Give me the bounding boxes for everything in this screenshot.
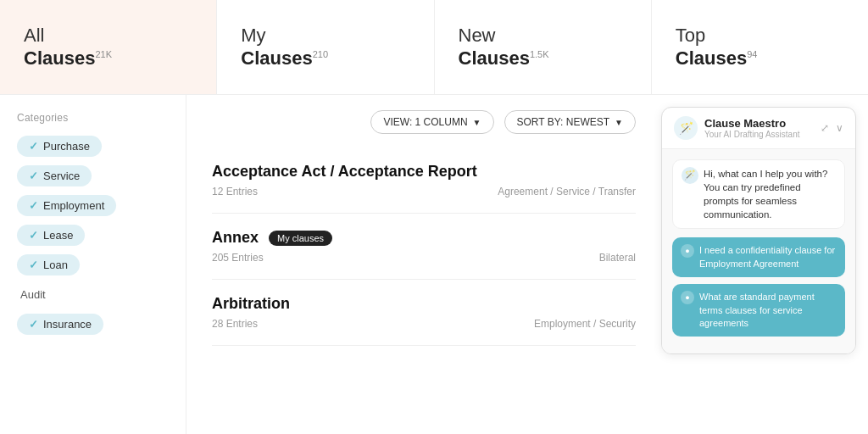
tab-my-label-bottom: Clauses210 bbox=[241, 47, 409, 70]
bot-avatar-small: 🪄 bbox=[682, 167, 698, 184]
clause-entries-2: 28 Entries bbox=[212, 318, 258, 330]
suggestion-bullet-0: ● bbox=[681, 244, 694, 258]
chat-widget: 🪄 Clause Maestro Your AI Drafting Assist… bbox=[661, 107, 856, 354]
category-chip-loan[interactable]: ✓ Loan bbox=[17, 254, 80, 275]
sidebar-categories-title: Categories bbox=[17, 112, 169, 124]
clause-tags-0: Agreement / Service / Transfer bbox=[498, 186, 636, 198]
clause-entries-1: 205 Entries bbox=[212, 252, 264, 264]
clause-item-0: Acceptance Act / Acceptance Report 12 En… bbox=[212, 147, 636, 214]
chat-bot-text: Hi, what can I help you with? You can tr… bbox=[704, 167, 836, 221]
sort-label: SORT BY: NEWEST bbox=[517, 116, 610, 128]
category-chip-insurance[interactable]: ✓ Insurance bbox=[17, 314, 103, 335]
check-icon-loan: ✓ bbox=[29, 259, 38, 271]
chat-bot-avatar: 🪄 bbox=[674, 116, 698, 140]
tab-top-clauses[interactable]: Top Clauses94 bbox=[652, 0, 868, 94]
category-chip-service[interactable]: ✓ Service bbox=[17, 165, 92, 186]
category-label-audit[interactable]: Audit bbox=[17, 284, 49, 305]
clause-title-1[interactable]: Annex bbox=[212, 229, 259, 247]
toolbar: VIEW: 1 COLUMN ▼ SORT BY: NEWEST ▼ bbox=[212, 95, 636, 147]
clause-meta-0: 12 Entries Agreement / Service / Transfe… bbox=[212, 186, 636, 198]
category-label-insurance: Insurance bbox=[43, 318, 92, 331]
category-chip-lease[interactable]: ✓ Lease bbox=[17, 225, 85, 246]
chat-header-info: Clause Maestro Your AI Drafting Assistan… bbox=[704, 117, 799, 140]
view-arrow-icon: ▼ bbox=[473, 118, 481, 127]
view-column-label: VIEW: 1 COLUMN bbox=[383, 116, 467, 128]
clause-title-row-0: Acceptance Act / Acceptance Report bbox=[212, 163, 636, 181]
tab-all-count: 21K bbox=[95, 48, 112, 58]
tab-all-clauses[interactable]: All Clauses21K bbox=[0, 0, 217, 94]
tab-my-count: 210 bbox=[313, 48, 328, 58]
sidebar: Categories ✓ Purchase ✓ Service ✓ Employ… bbox=[0, 95, 186, 434]
category-label-employment: Employment bbox=[43, 199, 104, 212]
chat-suggestion-text-1: What are standard payment terms clauses … bbox=[699, 291, 837, 330]
tab-my-clauses[interactable]: My Clauses210 bbox=[217, 0, 434, 94]
clause-tags-2: Employment / Security bbox=[534, 318, 636, 330]
check-icon-employment: ✓ bbox=[29, 199, 38, 212]
clause-title-row-2: Arbitration bbox=[212, 295, 636, 313]
chat-body: 🪄 Hi, what can I help you with? You can … bbox=[662, 149, 855, 353]
top-tabs-bar: All Clauses21K My Clauses210 New Clauses… bbox=[0, 0, 868, 95]
clause-item-2: Arbitration 28 Entries Employment / Secu… bbox=[212, 280, 636, 346]
sort-arrow-icon: ▼ bbox=[615, 118, 623, 127]
chat-subtitle: Your AI Drafting Assistant bbox=[704, 130, 799, 139]
category-item-purchase[interactable]: ✓ Purchase bbox=[17, 136, 169, 157]
chat-suggestion-0[interactable]: ● I need a confidentiality clause for Em… bbox=[672, 237, 845, 277]
tab-my-label-top: My bbox=[241, 25, 409, 47]
category-item-employment[interactable]: ✓ Employment bbox=[17, 195, 169, 216]
chat-header: 🪄 Clause Maestro Your AI Drafting Assist… bbox=[662, 108, 855, 149]
tab-all-label-bottom: Clauses21K bbox=[24, 47, 192, 70]
chat-suggestion-1[interactable]: ● What are standard payment terms clause… bbox=[672, 284, 845, 337]
check-icon-purchase: ✓ bbox=[29, 140, 38, 153]
tab-new-label-bottom: Clauses1.5K bbox=[459, 47, 627, 70]
chat-suggestion-text-0: I need a confidentiality clause for Empl… bbox=[699, 244, 837, 270]
view-column-button[interactable]: VIEW: 1 COLUMN ▼ bbox=[370, 110, 493, 134]
tab-top-count: 94 bbox=[747, 48, 757, 58]
category-label-lease: Lease bbox=[43, 229, 73, 242]
clause-item-1: Annex My clauses 205 Entries Bilateral bbox=[212, 214, 636, 280]
sort-button[interactable]: SORT BY: NEWEST ▼ bbox=[504, 110, 637, 134]
chat-bot-message: 🪄 Hi, what can I help you with? You can … bbox=[672, 159, 845, 229]
category-label-loan: Loan bbox=[43, 259, 68, 271]
tab-top-label-bottom: Clauses94 bbox=[676, 47, 844, 70]
content-area: VIEW: 1 COLUMN ▼ SORT BY: NEWEST ▼ Accep… bbox=[186, 95, 661, 434]
chevron-down-icon[interactable]: ∨ bbox=[836, 122, 843, 134]
check-icon-service: ✓ bbox=[29, 170, 38, 182]
my-clauses-badge: My clauses bbox=[269, 231, 332, 246]
clause-meta-1: 205 Entries Bilateral bbox=[212, 252, 636, 264]
clause-tags-1: Bilateral bbox=[599, 252, 636, 264]
tab-new-count: 1.5K bbox=[530, 48, 549, 58]
expand-icon[interactable]: ⤢ bbox=[821, 122, 829, 134]
clause-title-row-1: Annex My clauses bbox=[212, 229, 636, 247]
clause-title-0[interactable]: Acceptance Act / Acceptance Report bbox=[212, 163, 477, 181]
check-icon-lease: ✓ bbox=[29, 229, 38, 242]
category-label-purchase: Purchase bbox=[43, 140, 90, 153]
clause-title-2[interactable]: Arbitration bbox=[212, 295, 290, 313]
chat-controls: ⤢ ∨ bbox=[821, 122, 843, 134]
clause-entries-0: 12 Entries bbox=[212, 186, 258, 198]
suggestion-bullet-1: ● bbox=[681, 291, 694, 304]
category-label-service: Service bbox=[43, 170, 80, 182]
category-chip-employment[interactable]: ✓ Employment bbox=[17, 195, 116, 216]
category-item-insurance[interactable]: ✓ Insurance bbox=[17, 314, 169, 335]
category-item-audit[interactable]: Audit bbox=[17, 284, 169, 305]
clause-meta-2: 28 Entries Employment / Security bbox=[212, 318, 636, 330]
tab-all-label-top: All bbox=[24, 25, 192, 47]
main-area: Categories ✓ Purchase ✓ Service ✓ Employ… bbox=[0, 95, 868, 434]
category-chip-purchase[interactable]: ✓ Purchase bbox=[17, 136, 102, 157]
tab-top-label-top: Top bbox=[676, 25, 844, 47]
chat-title: Clause Maestro bbox=[704, 117, 799, 131]
category-item-loan[interactable]: ✓ Loan bbox=[17, 254, 169, 275]
check-icon-insurance: ✓ bbox=[29, 318, 38, 331]
category-item-lease[interactable]: ✓ Lease bbox=[17, 225, 169, 246]
category-item-service[interactable]: ✓ Service bbox=[17, 165, 169, 186]
tab-new-clauses[interactable]: New Clauses1.5K bbox=[435, 0, 652, 94]
chat-header-left: 🪄 Clause Maestro Your AI Drafting Assist… bbox=[674, 116, 799, 140]
tab-new-label-top: New bbox=[459, 25, 627, 47]
